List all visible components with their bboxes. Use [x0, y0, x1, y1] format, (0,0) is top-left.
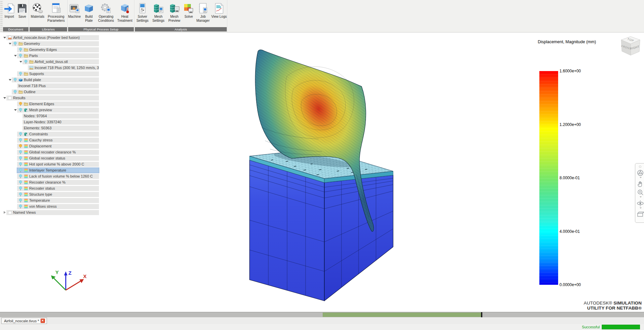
mesh-settings-button[interactable]: Mesh Settings: [151, 2, 167, 23]
tree-item[interactable]: Global recoater status: [17, 156, 99, 161]
job-manager-button[interactable]: Job Manager: [195, 2, 211, 23]
slider-position-marker[interactable]: [481, 312, 482, 317]
visibility-bulb-icon[interactable]: [18, 186, 23, 191]
tree-row: Geometry Edges: [3, 47, 101, 53]
tree-item[interactable]: Airfoil_solid_tivus.stl: [22, 59, 99, 64]
expander-down-icon[interactable]: [3, 35, 6, 41]
tree-item[interactable]: Results: [6, 95, 99, 101]
expander-down-icon[interactable]: [13, 53, 17, 59]
tree-item[interactable]: Inconel 718 Plus: [17, 83, 99, 88]
close-icon[interactable]: ✕: [41, 319, 45, 323]
visibility-bulb-icon[interactable]: [13, 78, 17, 82]
visibility-bulb-icon[interactable]: [18, 162, 23, 167]
tree-row: Temperature: [3, 197, 101, 203]
visibility-bulb-icon[interactable]: [18, 54, 23, 58]
tree-item[interactable]: Geometry: [12, 41, 99, 46]
tree-item[interactable]: Parts: [17, 53, 99, 58]
tree-item[interactable]: Build plate: [12, 77, 99, 82]
tree-item[interactable]: Structure type: [17, 192, 99, 197]
tree-item[interactable]: Inconel 718 Plus (300 W, 1250 mm/s, 30 µ…: [28, 65, 99, 70]
save-icon: [16, 2, 28, 14]
tree-item[interactable]: Global recoater clearance %: [17, 150, 99, 155]
legend-tick-label: 0.0000e+00: [559, 282, 581, 287]
tree-item[interactable]: Displacement: [17, 144, 99, 149]
ribbon-button-label: Materials: [31, 15, 45, 19]
expander-down-icon[interactable]: [3, 95, 6, 101]
tree-item[interactable]: Hot spot volume % above 2000 C: [17, 162, 99, 167]
tree-item[interactable]: Lack of fusion volume % below 1260 C: [17, 174, 99, 179]
expander-down-icon[interactable]: [8, 77, 12, 83]
expander-spacer: [13, 179, 17, 185]
look-at-icon[interactable]: [636, 210, 644, 218]
visibility-bulb-icon[interactable]: [18, 108, 23, 112]
orbit-wheel-icon[interactable]: [636, 169, 644, 177]
processing-parameters-button[interactable]: Processing Parameters: [46, 2, 66, 23]
result-step-slider[interactable]: [0, 312, 644, 318]
tree-item[interactable]: Named Views: [6, 210, 99, 215]
status-bar: Successful: [0, 324, 644, 330]
expander-right-icon[interactable]: [3, 209, 6, 215]
operating-conditions-button[interactable]: Operating Conditions: [97, 2, 115, 23]
solver-settings-button[interactable]: Solver Settings: [135, 2, 151, 23]
tree-item[interactable]: Layer-Nodes: 3397240: [22, 120, 99, 125]
heat-treatment-button[interactable]: Heat Treatment: [115, 2, 134, 23]
visibility-bulb-icon[interactable]: [18, 150, 23, 154]
mesh-preview-button[interactable]: Mesh Preview: [166, 2, 182, 23]
tree-item[interactable]: Recoater clearance %: [17, 180, 99, 185]
tree-item[interactable]: Nodes: 97064: [22, 114, 99, 119]
tree-item[interactable]: Recoater status: [17, 186, 99, 191]
ribbon-button-label: Mesh Settings: [151, 15, 166, 22]
visibility-bulb-icon[interactable]: [18, 102, 23, 106]
expander-spacer: [19, 113, 22, 119]
visibility-bulb-icon[interactable]: [18, 138, 23, 142]
save-button[interactable]: Save: [16, 2, 29, 19]
navigation-toolbar: [635, 163, 644, 223]
visibility-bulb-icon[interactable]: [18, 156, 23, 160]
tree-item[interactable]: Supports: [17, 71, 99, 76]
solve-button[interactable]: Solve: [182, 2, 195, 19]
tree-item[interactable]: Airfoil_noscale.tivus (Powder bed fusion…: [6, 35, 99, 40]
tree-item[interactable]: Element Edges: [17, 102, 99, 107]
document-tab[interactable]: Airfoil_noscale.tivus * ✕: [1, 318, 47, 324]
tree-item[interactable]: Constraints: [17, 132, 99, 137]
tree-item[interactable]: Interlayer Temperature: [17, 168, 99, 173]
expander-down-icon[interactable]: [19, 59, 22, 65]
visibility-bulb-icon[interactable]: [13, 42, 17, 46]
expander-spacer: [19, 119, 22, 125]
materials-button[interactable]: Materials: [31, 2, 45, 19]
visibility-bulb-icon[interactable]: [18, 204, 23, 209]
visibility-bulb-icon[interactable]: [18, 72, 23, 76]
visibility-bulb-icon[interactable]: [18, 180, 23, 185]
pan-hand-icon[interactable]: [636, 180, 644, 188]
view-logs-button[interactable]: View Logs: [211, 2, 227, 19]
visibility-bulb-icon[interactable]: [13, 90, 17, 94]
visibility-bulb-icon[interactable]: [18, 174, 23, 179]
import-button[interactable]: Import: [3, 2, 16, 19]
tree-item[interactable]: Temperature: [17, 198, 99, 203]
visibility-bulb-icon[interactable]: [18, 144, 23, 148]
expander-down-icon[interactable]: [13, 107, 17, 113]
visibility-bulb-icon[interactable]: [18, 198, 23, 203]
ribbon-group: MaterialsProcessing ParametersLibraries: [29, 0, 68, 32]
tree-item[interactable]: Elements: 50363: [22, 126, 99, 131]
visibility-bulb-icon[interactable]: [18, 168, 23, 173]
ribbon-group-label: Analysis: [135, 27, 227, 31]
machine-button[interactable]: Machine: [68, 2, 81, 19]
free-orbit-icon[interactable]: [636, 199, 644, 207]
tree-item[interactable]: Mesh preview: [17, 108, 99, 113]
tree-item-label: von Mises stress: [29, 204, 57, 208]
tree-item-label: Airfoil_noscale.tivus (Powder bed fusion…: [13, 36, 80, 40]
zoom-icon[interactable]: [636, 188, 644, 196]
visibility-bulb-icon[interactable]: [18, 132, 23, 136]
tree-item[interactable]: Outline: [12, 89, 99, 94]
tree-item[interactable]: Geometry Edges: [17, 47, 99, 52]
visibility-bulb-icon[interactable]: [24, 60, 28, 64]
tree-item[interactable]: von Mises stress: [17, 204, 99, 209]
visibility-bulb-icon[interactable]: [18, 48, 23, 52]
view-cube[interactable]: TOP RIGHT FRONT: [618, 34, 643, 62]
visibility-bulb-icon[interactable]: [18, 192, 23, 197]
build-plate-button[interactable]: Build Plate: [81, 2, 97, 23]
expander-down-icon[interactable]: [8, 41, 12, 47]
tree-item[interactable]: Cauchy stress: [17, 138, 99, 143]
ribbon-button-label: View Logs: [211, 15, 227, 19]
